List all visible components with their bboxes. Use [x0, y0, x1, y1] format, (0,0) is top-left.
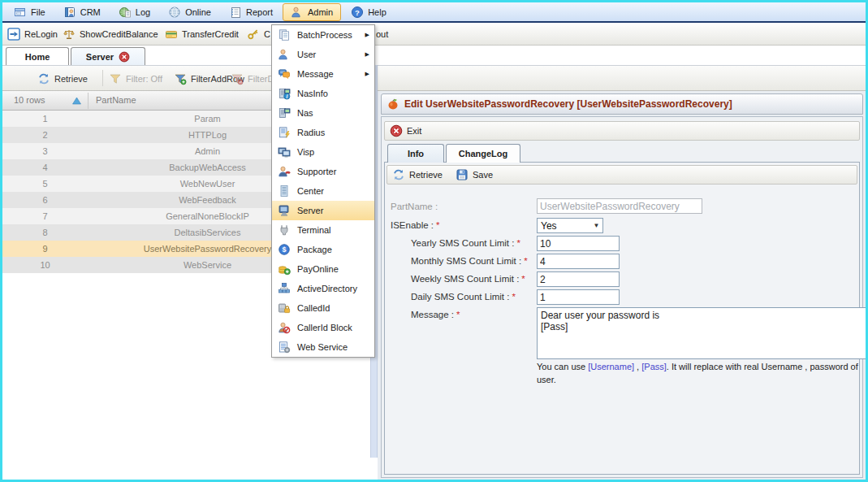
message-label: Message :*: [411, 310, 460, 319]
isenable-select[interactable]: Yes ▼: [537, 218, 603, 233]
admin-menu-item-package[interactable]: $Package: [272, 240, 374, 259]
admin-icon: [291, 6, 304, 19]
grid-rows-count: 10 rows: [14, 95, 45, 105]
admin-menu-item-user[interactable]: User▶: [272, 45, 374, 64]
edit-panel-title: Edit UserWebsitePasswordRecovery [UserWe…: [404, 98, 732, 110]
row-number: 6: [2, 195, 88, 205]
submenu-arrow-icon: ▶: [365, 71, 369, 77]
save-button[interactable]: Save: [456, 168, 493, 181]
help-icon: ?: [351, 6, 364, 19]
select-dropdown-arrow-icon: ▼: [590, 222, 602, 229]
admin-menu-item-payonline[interactable]: PayOnline: [272, 259, 374, 279]
log-icon: [119, 6, 132, 19]
visp-icon: [278, 145, 291, 158]
submenu-arrow-icon: ▶: [365, 32, 369, 38]
web-service-icon: [278, 341, 291, 354]
admin-menu-item-server[interactable]: Server: [272, 201, 374, 220]
payonline-icon: [278, 263, 291, 276]
close-tab-icon[interactable]: [119, 51, 130, 63]
daily-sms-label: Daily SMS Count Limit :*: [411, 292, 516, 302]
row-number: 1: [2, 114, 88, 124]
filterdelet-icon: [231, 72, 244, 85]
filteraddrow-icon: [174, 72, 187, 85]
svg-text:$: $: [282, 245, 286, 254]
admin-menu-item-supporter[interactable]: Supporter: [272, 162, 374, 181]
record-toolbar: Retrieve Save: [386, 165, 857, 185]
supporter-icon: [278, 165, 291, 178]
toolbar-item-transfercredit[interactable]: TransferCredit: [165, 27, 239, 41]
admin-menu-item-message[interactable]: Message▶: [272, 64, 374, 84]
monthly-sms-label: Monthly SMS Count Limit :*: [411, 256, 528, 266]
svg-text:i: i: [286, 93, 287, 99]
exit-icon: [390, 124, 403, 137]
admin-dropdown-menu: BatchProcess▶User▶Message▶iNasInfoNasRad…: [271, 24, 375, 358]
relogin-icon: [7, 28, 20, 41]
package-icon: $: [278, 243, 291, 256]
yearly-sms-label: Yearly SMS Count Limit :*: [411, 238, 520, 248]
c-icon: [247, 28, 260, 41]
admin-menu-item-callerid-block[interactable]: CallerId Block: [272, 318, 374, 337]
grid-toolbar-filter-off: Filter: Off: [109, 72, 162, 86]
username-token: [Username]: [588, 362, 634, 371]
admin-menu-item-calledid[interactable]: CalledId: [272, 298, 374, 318]
row-number: 2: [2, 130, 88, 140]
pass-token: [Pass]: [641, 362, 667, 371]
menubar-item-admin[interactable]: Admin: [283, 3, 341, 21]
weekly-sms-field[interactable]: [537, 271, 620, 287]
admin-menu-item-visp[interactable]: Visp: [272, 142, 374, 162]
menubar-item-crm[interactable]: CRM: [55, 3, 109, 21]
crm-icon: [63, 6, 76, 19]
center-icon: [278, 185, 291, 198]
save-icon: [456, 168, 469, 181]
exit-button[interactable]: Exit: [390, 124, 421, 137]
page-tab-home[interactable]: Home: [6, 47, 69, 65]
row-number: 10: [2, 260, 88, 270]
menubar-item-online[interactable]: Online: [160, 3, 219, 21]
retrieve-button[interactable]: Retrieve: [392, 168, 443, 181]
admin-menu-item-radius[interactable]: Radius: [272, 123, 374, 142]
message-icon: [278, 67, 291, 80]
admin-menu-item-center[interactable]: Center: [272, 181, 374, 201]
menubar-item-report[interactable]: Report: [221, 3, 281, 21]
row-number: 3: [2, 146, 88, 156]
submenu-arrow-icon: ▶: [365, 51, 369, 58]
quick-toolbar: ReLoginShowCreditBalanceTransferCreditCo…: [2, 23, 866, 46]
sort-ascending-icon[interactable]: [72, 97, 81, 105]
menubar-item-file[interactable]: File: [6, 3, 54, 21]
nas-icon: [278, 106, 291, 119]
grid-toolbar-retrieve[interactable]: Retrieve: [37, 72, 88, 86]
report-icon: [229, 6, 242, 19]
row-number: 7: [2, 211, 88, 221]
menubar-item-help[interactable]: ?Help: [343, 3, 395, 21]
toolbar-item-c[interactable]: C: [247, 27, 270, 41]
apple-icon: [386, 98, 399, 111]
admin-menu-item-batchprocess[interactable]: BatchProcess▶: [272, 25, 374, 45]
tab-info[interactable]: Info: [387, 144, 444, 163]
column-divider: [88, 93, 89, 109]
nasinfo-icon: i: [278, 87, 291, 100]
callerid-block-icon: [278, 321, 291, 334]
admin-menu-item-nas[interactable]: Nas: [272, 103, 374, 123]
grid-column-partname[interactable]: PartName: [96, 95, 136, 105]
radius-icon: [278, 126, 291, 139]
message-hint: You can use [Username] , [Pass]. It will…: [537, 361, 865, 387]
yearly-sms-field[interactable]: [537, 236, 620, 251]
daily-sms-field[interactable]: [537, 289, 620, 305]
message-field[interactable]: Dear user your password is [Pass]: [537, 307, 866, 359]
monthly-sms-field[interactable]: [537, 254, 620, 269]
edit-panel-header: Edit UserWebsitePasswordRecovery [UserWe…: [381, 93, 863, 115]
toolbar-item-relogin[interactable]: ReLogin: [7, 27, 58, 41]
admin-menu-item-web-service[interactable]: Web Service: [272, 337, 374, 357]
menubar-item-log[interactable]: Log: [110, 3, 158, 21]
admin-menu-item-activedirectory[interactable]: ActiveDirectory: [272, 279, 374, 298]
activedirectory-icon: [278, 282, 291, 295]
svg-text:?: ?: [355, 7, 360, 16]
tab-changelog[interactable]: ChangeLog: [446, 144, 520, 163]
row-number: 5: [2, 179, 88, 189]
admin-menu-item-nasinfo[interactable]: iNasInfo: [272, 84, 374, 103]
admin-menu-item-terminal[interactable]: Terminal: [272, 220, 374, 240]
batchprocess-icon: [278, 28, 291, 41]
toolbar-item-out[interactable]: out: [376, 27, 388, 41]
page-tab-server[interactable]: Server: [71, 47, 145, 65]
toolbar-item-showcreditbalance[interactable]: ShowCreditBalance: [63, 27, 158, 41]
